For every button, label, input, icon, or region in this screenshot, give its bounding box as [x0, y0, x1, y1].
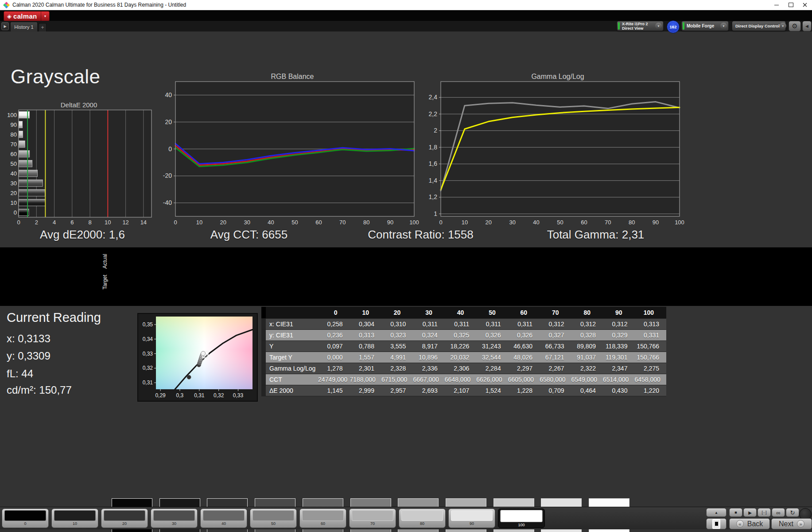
refresh-button[interactable]: ↻: [786, 508, 799, 517]
table-cell: 6667,000: [413, 374, 444, 385]
table-cell: 0,328: [571, 330, 603, 341]
close-icon: [803, 3, 807, 7]
maximize-button[interactable]: [784, 0, 798, 10]
svg-text:60: 60: [11, 151, 17, 157]
minimize-button[interactable]: [769, 0, 784, 10]
calman-menu-button[interactable]: ◈ calman ▼: [4, 11, 50, 21]
current-x-value: x: 0,3133: [7, 332, 51, 345]
level-button-30[interactable]: 30: [151, 509, 198, 528]
table-cell: 0,323: [381, 330, 413, 341]
svg-text:0,33: 0,33: [233, 392, 244, 399]
calman-menu-dropdown[interactable]: ▼: [41, 12, 50, 21]
table-cell: 2,297: [508, 363, 540, 374]
svg-text:0: 0: [14, 209, 17, 216]
chevron-left-icon: ◀: [805, 24, 808, 28]
svg-text:6: 6: [70, 219, 74, 225]
level-button-80[interactable]: 80: [399, 509, 446, 528]
svg-text:0,31: 0,31: [143, 379, 153, 386]
table-cell: 0,310: [381, 319, 413, 330]
next-chevron-icon: »: [797, 520, 804, 528]
svg-text:80: 80: [363, 219, 369, 226]
display-control-name: Direct Display Control: [735, 24, 780, 28]
svg-text:30: 30: [244, 219, 250, 226]
display-control-dropdown[interactable]: Direct Display Control ▼: [732, 21, 786, 31]
table-cell: 1,145: [318, 385, 350, 396]
level-button-70[interactable]: 70: [349, 509, 396, 528]
column-header-100: 100: [634, 307, 666, 319]
add-tab-button[interactable]: +: [39, 23, 47, 31]
refresh-icon: ↻: [790, 509, 795, 516]
table-cell: 1,278: [318, 363, 350, 374]
level-button-60[interactable]: 60: [299, 509, 346, 528]
read-series-button[interactable]: [··]: [758, 508, 771, 517]
table-cell: 3,555: [381, 341, 413, 352]
svg-text:12: 12: [122, 219, 128, 225]
close-button[interactable]: [798, 0, 812, 10]
title-bar: Calman 2020 Calman Ultimate for Business…: [0, 0, 812, 10]
current-fl-value: fL: 44: [7, 368, 33, 380]
level-label: 100: [498, 523, 544, 527]
meter-select-dropdown[interactable]: X-Rite i1Pro 2 Direct View ▼: [617, 21, 664, 31]
read-continuous-button[interactable]: ∞: [772, 508, 785, 517]
actual-row-label: Actual: [102, 251, 109, 271]
level-button-0[interactable]: 0: [2, 509, 49, 528]
table-cell: 0,311: [508, 319, 540, 330]
deltae-chart-title: DeltaE 2000: [4, 101, 154, 109]
read-once-button[interactable]: ▶: [743, 508, 757, 517]
current-cdm2-value: cd/m²: 150,77: [7, 384, 72, 396]
page-title: Grayscale: [11, 66, 101, 88]
row-label: ΔE 2000: [266, 385, 318, 396]
collapse-panel-button[interactable]: ◀: [802, 21, 812, 31]
chevron-down-icon: ▼: [780, 23, 786, 29]
expand-arrow-icon: ▶: [4, 24, 6, 28]
settings-button[interactable]: ⚙: [789, 21, 801, 31]
tab-label: History 1: [14, 24, 33, 30]
table-cell: 2,306: [445, 363, 476, 374]
level-swatch: [253, 510, 294, 521]
row-label: Y: [266, 341, 318, 352]
table-cell: 6514,000: [603, 374, 634, 385]
table-cell: 10,896: [413, 352, 444, 363]
level-button-40[interactable]: 40: [200, 509, 247, 528]
level-button-50[interactable]: 50: [250, 509, 297, 528]
scroll-up-button[interactable]: ▲: [706, 508, 727, 517]
svg-text:0,29: 0,29: [155, 392, 166, 399]
pattern-window-button[interactable]: [706, 518, 727, 529]
total-gamma-stat: Total Gamma: 2,31: [508, 228, 683, 242]
level-button-10[interactable]: 10: [51, 509, 98, 528]
source-select-dropdown[interactable]: Mobile Forge ▼: [681, 21, 729, 31]
meter-name: X-Rite i1Pro 2: [622, 22, 648, 26]
arrow-up-icon: ▲: [715, 511, 718, 515]
source-name: Mobile Forge: [687, 24, 714, 28]
svg-text:70: 70: [11, 141, 17, 148]
svg-text:0: 0: [174, 219, 177, 226]
svg-text:90: 90: [653, 219, 659, 226]
row-gutter: [261, 374, 266, 385]
back-label: Back: [747, 520, 763, 528]
table-cell: 118,339: [603, 341, 634, 352]
stop-measure-button[interactable]: ■: [729, 508, 742, 517]
cie-chart-panel: 0,350,340,330,320,310,290,30,310,320,33: [137, 313, 258, 402]
level-button-90[interactable]: 90: [448, 509, 495, 528]
column-header-10: 10: [350, 307, 381, 319]
level-button-100[interactable]: 100: [498, 509, 545, 528]
row-gutter: [261, 341, 266, 352]
level-button-20[interactable]: 20: [101, 509, 148, 528]
svg-text:20: 20: [11, 190, 17, 196]
tab-history-1[interactable]: History 1: [10, 22, 38, 31]
sidebar-expand-button[interactable]: ▶: [1, 22, 9, 30]
minimize-icon: [774, 5, 779, 5]
table-cell: 91,037: [571, 352, 603, 363]
level-label: 80: [399, 521, 445, 526]
next-button[interactable]: Next »: [771, 518, 812, 529]
back-button[interactable]: « Back: [729, 518, 770, 529]
svg-text:0,33: 0,33: [143, 351, 153, 357]
calman-logo-text: calman: [13, 12, 41, 20]
level-label: 60: [300, 521, 346, 526]
meter-mode: Direct View: [622, 26, 648, 31]
table-cell: 2,693: [413, 385, 444, 396]
svg-text:2,2: 2,2: [429, 110, 438, 117]
table-cell: 67,121: [540, 352, 571, 363]
svg-text:10: 10: [196, 219, 202, 226]
table-cell: 0,000: [318, 352, 350, 363]
